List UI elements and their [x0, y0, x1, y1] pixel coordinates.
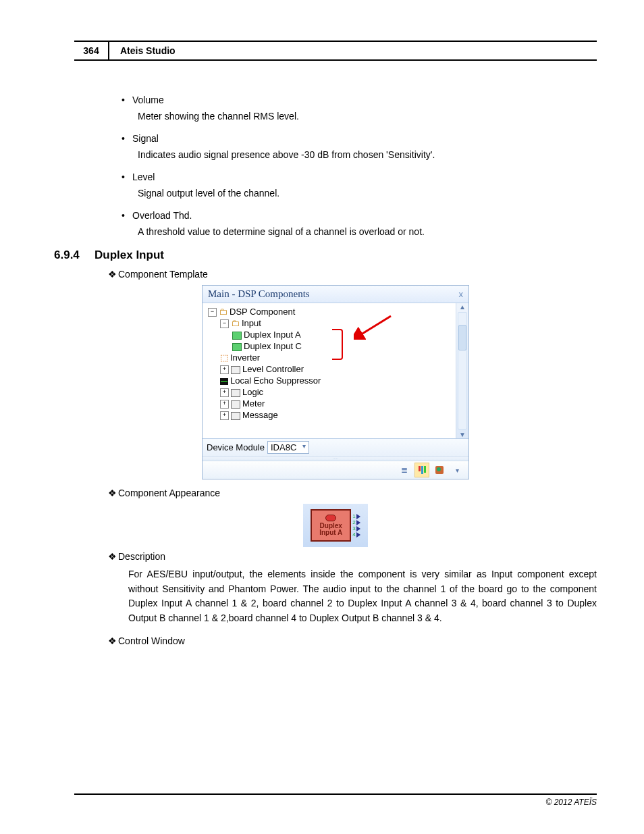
tree-duplex-a[interactable]: Duplex Input A	[204, 329, 454, 340]
tree-input[interactable]: −🗀Input	[204, 317, 454, 329]
port[interactable]: 3	[352, 526, 360, 531]
close-icon[interactable]: x	[459, 289, 464, 299]
tree-title-text: Main - DSP Components	[208, 288, 310, 300]
bullet-desc: Signal output level of the channel.	[138, 186, 597, 201]
node-icon	[232, 343, 242, 351]
bullet-label: Overload Thd.	[132, 210, 192, 221]
subheading-appearance: ❖Component Appearance	[108, 488, 597, 498]
bullet-desc: A threshold value to determine signal of…	[138, 225, 597, 239]
bullet-label: Level	[132, 172, 155, 182]
bubble-button[interactable]	[432, 463, 447, 477]
box-icon	[231, 366, 240, 374]
list-icon	[401, 465, 408, 475]
folder-icon: 🗀	[231, 318, 240, 328]
tree-duplex-c[interactable]: Duplex Input C	[204, 340, 454, 352]
collapse-icon[interactable]: −	[208, 308, 217, 317]
bullet-label: Volume	[132, 95, 164, 105]
tree-titlebar: Main - DSP Components x	[203, 286, 468, 303]
bubble-icon	[435, 466, 444, 474]
box-icon	[231, 389, 240, 397]
section-number: 6.9.4	[54, 249, 95, 262]
tree-echo[interactable]: Local Echo Suppressor	[204, 375, 454, 386]
component-appearance: Duplex Input A 1 2 3 4	[303, 504, 368, 547]
scroll-up-icon[interactable]	[459, 303, 466, 311]
inverter-icon: ⬚	[220, 353, 228, 363]
echo-icon	[220, 378, 228, 385]
tree-level[interactable]: +Level Controller	[204, 363, 454, 375]
dropdown-button[interactable]	[450, 463, 464, 477]
device-select[interactable]: IDA8C	[267, 441, 309, 454]
block-line2: Input A	[319, 529, 342, 537]
scrollbar[interactable]	[456, 303, 468, 438]
folder-icon: 🗀	[219, 307, 227, 317]
bars-icon	[419, 466, 426, 474]
device-label: Device Module	[207, 442, 265, 452]
bracket-annotation	[332, 329, 343, 360]
page-number: 364	[74, 42, 109, 59]
bars-view-button[interactable]	[414, 463, 429, 477]
page-header: 364 Ateis Studio	[74, 41, 597, 61]
tree-list[interactable]: −🗀DSP Component −🗀Input Duplex Input A D…	[203, 303, 456, 438]
tool-row	[203, 461, 468, 479]
box-icon	[231, 412, 240, 420]
bullet-list: •Volume Meter showing the channel RMS le…	[122, 95, 597, 239]
tree-logic[interactable]: +Logic	[204, 386, 454, 398]
expand-icon[interactable]: +	[220, 388, 229, 397]
port[interactable]: 1	[352, 514, 360, 519]
bullet-label: Signal	[132, 133, 159, 144]
footer: © 2012 ATEÏS	[74, 793, 597, 807]
collapse-icon[interactable]: −	[220, 319, 229, 328]
list-view-button[interactable]	[397, 463, 412, 477]
tree-inverter[interactable]: ⬚Inverter	[204, 352, 454, 363]
expand-icon[interactable]: +	[220, 411, 229, 420]
component-block[interactable]: Duplex Input A	[311, 509, 351, 542]
description-body: For AES/EBU input/output, the elements i…	[128, 567, 597, 626]
arrow-annotation	[354, 313, 394, 340]
bullet-desc: Indicates audio signal presence above -3…	[138, 148, 597, 162]
node-icon	[232, 332, 242, 340]
subheading-control: ❖Control Window	[108, 635, 597, 646]
device-row: Device Module IDA8C	[203, 438, 468, 456]
tree-root[interactable]: −🗀DSP Component	[204, 306, 454, 317]
scroll-down-icon[interactable]	[459, 431, 466, 438]
header-title: Ateis Studio	[109, 42, 176, 59]
svg-line-0	[359, 316, 391, 336]
expand-icon[interactable]: +	[220, 400, 229, 409]
expand-icon[interactable]: +	[220, 365, 229, 374]
tree-meter[interactable]: +Meter	[204, 398, 454, 409]
bullet-desc: Meter showing the channel RMS level.	[138, 109, 597, 124]
ports: 1 2 3 4	[352, 514, 360, 538]
grip-row[interactable]: ·····	[203, 456, 468, 461]
section-title: Duplex Input	[95, 249, 164, 261]
scroll-thumb[interactable]	[458, 325, 466, 350]
tree-message[interactable]: +Message	[204, 409, 454, 421]
port[interactable]: 2	[352, 520, 360, 525]
scroll-track[interactable]	[458, 312, 467, 429]
box-icon	[231, 400, 240, 409]
subheading-template: ❖Component Template	[108, 269, 597, 280]
led-icon	[325, 515, 336, 521]
subheading-description: ❖Description	[108, 551, 597, 562]
port[interactable]: 4	[352, 532, 360, 538]
section-heading: 6.9.4Duplex Input	[74, 249, 597, 262]
tree-window: Main - DSP Components x −🗀DSP Component …	[202, 285, 469, 479]
